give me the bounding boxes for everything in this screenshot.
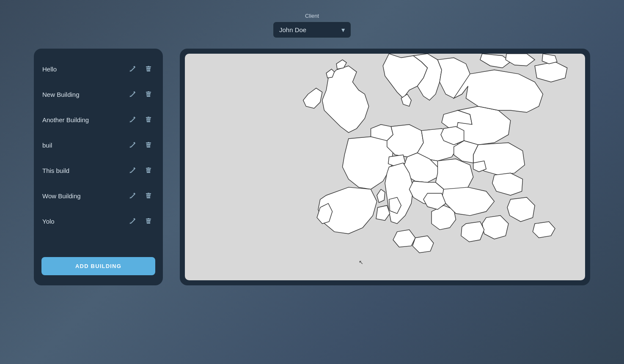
trash-icon: [145, 91, 152, 98]
building-item-name: New Building: [42, 91, 126, 98]
pencil-icon: [129, 116, 136, 123]
delete-building-button[interactable]: [143, 190, 154, 202]
client-label: Client: [305, 13, 319, 19]
building-item-actions: [126, 114, 154, 126]
building-item-name: Hello: [42, 66, 126, 73]
edit-building-button[interactable]: [126, 114, 138, 126]
building-item-actions: [126, 164, 154, 176]
pencil-icon: [129, 167, 136, 174]
trash-icon: [145, 66, 152, 72]
pencil-icon: [129, 192, 136, 199]
pencil-icon: [129, 218, 136, 224]
building-item-name: buil: [42, 142, 126, 149]
building-item-actions: [126, 139, 154, 151]
delete-building-button[interactable]: [143, 88, 154, 100]
building-item[interactable]: Wow Building: [34, 183, 163, 208]
client-select[interactable]: John DoeJane SmithBob Johnson: [273, 22, 351, 38]
svg-text:↖: ↖: [359, 259, 363, 265]
map-container: ↖: [185, 54, 585, 280]
trash-icon: [145, 116, 152, 123]
building-item[interactable]: This build: [34, 158, 163, 183]
building-list: HelloNew BuildingAnother BuildingbuilThi…: [34, 53, 163, 237]
building-item[interactable]: Yolo: [34, 208, 163, 234]
delete-building-button[interactable]: [143, 215, 154, 227]
building-item[interactable]: Hello: [34, 56, 163, 82]
trash-icon: [145, 142, 152, 148]
building-panel: HelloNew BuildingAnother BuildingbuilThi…: [34, 49, 163, 285]
trash-icon: [145, 192, 152, 199]
pencil-icon: [129, 142, 136, 148]
delete-building-button[interactable]: [143, 139, 154, 151]
europe-map: ↖: [185, 54, 585, 280]
trash-icon: [145, 167, 152, 174]
edit-building-button[interactable]: [126, 139, 138, 151]
edit-building-button[interactable]: [126, 190, 138, 202]
delete-building-button[interactable]: [143, 63, 154, 75]
building-item[interactable]: New Building: [34, 82, 163, 107]
building-item-name: This build: [42, 167, 126, 174]
delete-building-button[interactable]: [143, 114, 154, 126]
client-select-wrapper: John DoeJane SmithBob Johnson ▼: [273, 22, 351, 38]
edit-building-button[interactable]: [126, 63, 138, 75]
delete-building-button[interactable]: [143, 164, 154, 176]
building-item-actions: [126, 63, 154, 75]
client-area: Client John DoeJane SmithBob Johnson ▼: [273, 13, 351, 38]
pencil-icon: [129, 66, 136, 72]
building-item-name: Another Building: [42, 116, 126, 123]
building-item-actions: [126, 88, 154, 100]
building-item[interactable]: Another Building: [34, 107, 163, 132]
add-building-button[interactable]: ADD BUILDING: [41, 257, 155, 275]
building-item[interactable]: buil: [34, 132, 163, 158]
edit-building-button[interactable]: [126, 215, 138, 227]
building-item-actions: [126, 190, 154, 202]
main-content: HelloNew BuildingAnother BuildingbuilThi…: [0, 49, 624, 285]
edit-building-button[interactable]: [126, 164, 138, 176]
map-panel: ↖: [180, 49, 590, 285]
pencil-icon: [129, 91, 136, 98]
trash-icon: [145, 218, 152, 224]
building-item-name: Yolo: [42, 218, 126, 225]
edit-building-button[interactable]: [126, 88, 138, 100]
building-item-actions: [126, 215, 154, 227]
building-item-name: Wow Building: [42, 192, 126, 200]
